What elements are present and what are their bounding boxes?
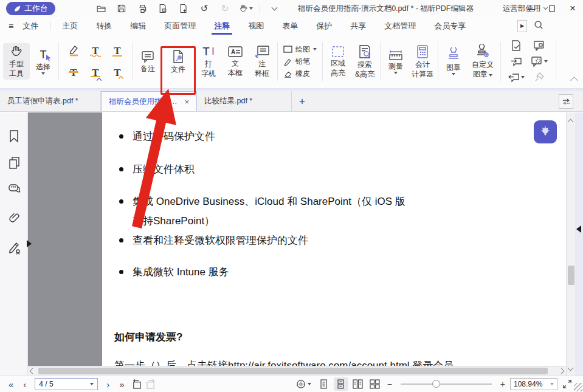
menu-file[interactable]: 文件 <box>19 17 42 35</box>
hand-gesture-icon[interactable] <box>238 2 254 15</box>
vertical-scrollbar[interactable] <box>566 112 575 376</box>
export-page-icon[interactable] <box>155 2 171 15</box>
open-file-icon[interactable] <box>93 2 109 15</box>
minimize-button[interactable]: — <box>521 0 542 17</box>
attachments-panel-icon[interactable] <box>8 211 20 227</box>
page-number-combobox[interactable]: 4 / 5 <box>35 378 98 390</box>
digital-signature-panel-icon[interactable] <box>8 241 21 257</box>
menu-share[interactable]: 共享 <box>347 17 370 35</box>
tab-member-guide-active[interactable]: 福昕会员使用指南-演... × <box>101 91 197 111</box>
scroll-down-arrow[interactable] <box>568 362 573 373</box>
menu-convert[interactable]: 转换 <box>92 17 116 35</box>
smart-tip-bulb-button[interactable] <box>534 120 557 143</box>
select-tool-button[interactable]: T 选择 <box>30 46 57 77</box>
menu-edit[interactable]: 编辑 <box>126 17 150 35</box>
highlight-tool-icon[interactable] <box>63 40 84 61</box>
comments-panel-icon[interactable] <box>8 183 21 198</box>
tab-leave-request[interactable]: 员工请假申请表.pdf * <box>0 91 101 111</box>
previous-view-button[interactable] <box>129 378 144 390</box>
expand-panel-handle[interactable] <box>27 240 32 247</box>
accounting-calculator-button[interactable]: 会计 计算器 <box>409 43 436 80</box>
menu-overflow-button[interactable]: ▶ <box>517 20 527 32</box>
menu-member-exclusive[interactable]: 会员专享 <box>430 17 469 35</box>
continuous-layout-button[interactable] <box>334 377 348 391</box>
next-page-button[interactable]: › <box>102 380 114 389</box>
callout-button[interactable]: 注 释框 <box>249 43 275 80</box>
hamburger-icon[interactable]: ≡ <box>9 21 13 31</box>
next-view-button[interactable] <box>144 378 159 390</box>
hand-tool-button[interactable]: 手型 工具 <box>3 43 30 80</box>
bullet-line: 压缩文件体积 <box>133 162 195 176</box>
previous-page-button[interactable]: ‹ <box>18 380 31 389</box>
undo-icon[interactable]: ↺ <box>196 2 212 15</box>
horizontal-scrollbar[interactable] <box>28 366 566 376</box>
close-tab-icon[interactable]: × <box>184 97 189 106</box>
squiggly-underline-tool-icon[interactable]: T <box>85 40 106 61</box>
menu-protect[interactable]: 保护 <box>312 17 336 35</box>
replace-text-tool-icon[interactable]: T <box>85 62 106 83</box>
bookmarks-panel-icon[interactable] <box>8 129 20 145</box>
last-page-button[interactable]: » <box>114 380 129 389</box>
zoom-in-button[interactable]: + <box>498 379 508 389</box>
zoom-slider-thumb[interactable] <box>432 380 440 388</box>
comment-popup-icon[interactable] <box>527 38 551 53</box>
menu-form[interactable]: 表单 <box>278 17 302 35</box>
typewriter-button[interactable]: TI 打 字机 <box>195 43 222 80</box>
print-icon[interactable] <box>134 2 150 15</box>
area-highlight-button[interactable]: 区域 高亮 <box>325 44 351 79</box>
menu-home[interactable]: 主页 <box>58 17 81 35</box>
scroll-up-arrow[interactable] <box>568 115 573 126</box>
zoom-slider[interactable] <box>401 378 492 390</box>
facing-layout-button[interactable] <box>351 377 365 391</box>
menu-doc-management[interactable]: 文档管理 <box>381 17 419 35</box>
pencil-tool-button[interactable]: 铅笔 <box>283 57 317 67</box>
fullscreen-button[interactable] <box>560 378 574 390</box>
zoom-out-button[interactable]: − <box>385 379 395 389</box>
insert-text-tool-icon[interactable]: T <box>107 62 128 83</box>
single-page-layout-button[interactable] <box>317 377 331 391</box>
file-attachment-button[interactable]: 文件 <box>165 47 191 75</box>
close-button[interactable]: × <box>562 0 583 17</box>
tab-compare-result[interactable]: 比较结果.pdf * <box>197 91 292 111</box>
chevron-down-icon[interactable] <box>266 2 282 15</box>
zoom-level-combobox[interactable]: 108.94% <box>510 378 557 390</box>
page-thumbnails-panel-icon[interactable] <box>8 156 20 172</box>
comment-summary-icon[interactable] <box>527 53 551 69</box>
textbox-button[interactable]: A 文 本框 <box>222 44 249 79</box>
search-and-highlight-button[interactable]: 搜索 &高亮 <box>351 43 378 80</box>
first-page-button[interactable]: « <box>4 380 18 389</box>
new-page-icon[interactable] <box>176 2 191 15</box>
underline-tool-icon[interactable]: T <box>107 40 128 61</box>
redo-icon[interactable]: ↻ <box>217 2 233 15</box>
maximize-button[interactable] <box>542 0 562 17</box>
keep-tool-selected-pin-icon[interactable] <box>527 69 551 85</box>
search-icon[interactable] <box>533 19 544 32</box>
import-comments-icon[interactable] <box>505 53 527 69</box>
document-viewport[interactable]: 通过密码保护文件 压缩文件体积 集成 OneDrive Business、iCl… <box>28 112 566 376</box>
new-tab-button[interactable]: + <box>292 91 312 111</box>
strikeout-tool-icon[interactable]: T <box>63 62 84 83</box>
custom-stamp-button[interactable]: 自定义 图章 <box>467 43 498 80</box>
workspace-button[interactable]: 工作台 <box>6 2 55 15</box>
menu-view[interactable]: 视图 <box>244 17 267 35</box>
window-resize-grip[interactable] <box>574 383 582 391</box>
view-mode-button[interactable] <box>294 378 314 390</box>
menu-comment-active[interactable]: 注释 <box>210 17 233 35</box>
continuous-facing-layout-button[interactable] <box>368 377 382 391</box>
measure-button[interactable]: 测量 <box>382 47 409 76</box>
comment-status-icon[interactable] <box>505 38 527 53</box>
scroll-right-arrow[interactable] <box>557 369 566 373</box>
expand-right-panel-handle[interactable] <box>576 225 581 233</box>
menu-page-management[interactable]: 页面管理 <box>160 17 199 35</box>
save-icon[interactable] <box>114 2 129 15</box>
eraser-tool-button[interactable]: 橡皮 <box>283 69 317 79</box>
switch-tabs-button[interactable] <box>559 94 573 109</box>
collapse-ribbon-icon[interactable] <box>570 77 578 84</box>
export-comments-icon[interactable] <box>505 69 527 85</box>
stamp-button[interactable]: 图章 <box>440 46 467 77</box>
vertical-scroll-thumb[interactable] <box>568 266 574 285</box>
scroll-left-arrow[interactable] <box>28 369 37 373</box>
draw-shapes-button[interactable]: 绘图 <box>283 44 317 55</box>
note-comment-button[interactable]: 备注 <box>134 48 161 75</box>
horizontal-scroll-thumb[interactable] <box>38 368 548 374</box>
